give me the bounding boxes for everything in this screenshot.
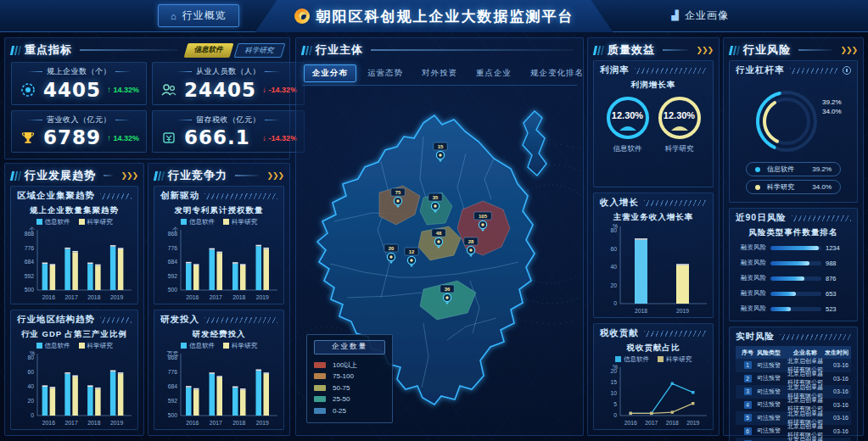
chart-title: 主营业务收入增长率 bbox=[598, 211, 708, 223]
stat-value: 6789 bbox=[43, 126, 101, 148]
realtime-risk-subpanel: 实时风险 序号风险类型企业名称发生时间1司法预警北京启创卓越科技有限公司03-1… bbox=[729, 327, 858, 441]
svg-text:500: 500 bbox=[168, 412, 178, 418]
rnd-subtitle: 研发投入 bbox=[160, 314, 199, 326]
profit-rate-subpanel: 利润率 利润增长率12.30%信息软件12.30%科学研究 bbox=[593, 60, 714, 187]
section-marker-icon bbox=[11, 171, 20, 181]
stat-label: 从业人员数（人） bbox=[158, 66, 299, 77]
svg-text:2019: 2019 bbox=[686, 420, 699, 426]
chart-rnd-spend: 研发经费投入信息软件科学研究500592684776868万元201620172… bbox=[154, 327, 283, 429]
arrow-up-icon: ↑ bbox=[107, 133, 111, 142]
svg-text:0: 0 bbox=[613, 412, 617, 418]
tab-key-enterprises[interactable]: 重点企业 bbox=[468, 65, 519, 81]
svg-text:592: 592 bbox=[25, 273, 35, 279]
stat-value: 666.1 bbox=[184, 126, 250, 148]
map-legend-row: 25-50 bbox=[314, 394, 385, 405]
expand-chevrons-icon[interactable]: ❯❯❯ bbox=[840, 46, 857, 54]
expand-chevrons-icon[interactable]: ❯❯❯ bbox=[266, 171, 283, 180]
hbar-row: 融资风险1234 bbox=[741, 243, 846, 252]
chart-legend: 信息软件科学研究 bbox=[598, 354, 708, 364]
industry-trend-title: 行业发展趋势 bbox=[25, 168, 96, 183]
agglomeration-subtitle: 区域企业集聚趋势 bbox=[17, 190, 95, 202]
realtime-risk-table: 序号风险类型企业名称发生时间1司法预警北京启创卓越科技有限公司03-162司法预… bbox=[736, 346, 851, 441]
donut-ring: 12.30% bbox=[604, 94, 652, 142]
svg-text:%: % bbox=[613, 364, 618, 370]
info-icon[interactable] bbox=[843, 66, 851, 75]
legend-item: 信息软件 bbox=[181, 342, 215, 350]
chart-title: 研发经费投入 bbox=[159, 328, 279, 340]
industry-subject-title: 行业主体 bbox=[316, 42, 363, 58]
map-legend-row: 50-75 bbox=[314, 382, 385, 394]
section-marker-icon bbox=[594, 46, 603, 55]
filter-sci-research[interactable]: 科学研究 bbox=[234, 43, 286, 58]
svg-text:60: 60 bbox=[610, 246, 617, 252]
hatch-decoration bbox=[644, 331, 707, 337]
svg-text:684: 684 bbox=[168, 259, 178, 265]
chart-title: 发明专利累计授权数量 bbox=[159, 204, 279, 216]
svg-text:776: 776 bbox=[168, 245, 178, 251]
svg-text:39.2%: 39.2% bbox=[822, 98, 842, 106]
legend-item: 科学研究 bbox=[223, 342, 257, 350]
svg-text:776: 776 bbox=[168, 369, 178, 375]
section-marker-icon bbox=[302, 46, 311, 55]
innovation-subpanel: 创新驱动 发明专利累计授权数量信息软件科学研究500592684776868个2… bbox=[154, 186, 284, 304]
svg-text:35: 35 bbox=[433, 195, 439, 200]
svg-text:12: 12 bbox=[409, 249, 415, 254]
stat-delta: ↑ 14.32% bbox=[107, 133, 139, 142]
stat-label: 规上企业数（个） bbox=[17, 66, 141, 77]
gauge-legend: 信息软件39.2%科学研究34.0% bbox=[734, 160, 853, 199]
gauge-legend-item: 信息软件39.2% bbox=[746, 162, 841, 176]
regional-structure-subtitle: 行业地区结构趋势 bbox=[17, 314, 95, 326]
income-growth-subtitle: 收入增长 bbox=[600, 197, 639, 209]
section-marker-icon bbox=[154, 171, 164, 181]
svg-text:2019: 2019 bbox=[110, 420, 123, 426]
svg-text:2018: 2018 bbox=[635, 308, 647, 314]
chart-legend: 信息软件科学研究 bbox=[15, 340, 133, 350]
svg-text:500: 500 bbox=[168, 287, 178, 293]
hbar-row: 融资风险653 bbox=[741, 289, 846, 298]
nav-industry-overview[interactable]: ⌂ 行业概览 bbox=[158, 4, 239, 27]
chart-title: 利润增长率 bbox=[598, 79, 708, 91]
app-title: 朝阳区科创规上企业大数据监测平台 bbox=[316, 7, 574, 26]
svg-text:776: 776 bbox=[25, 245, 35, 251]
stat-card-enterprise-count: 规上企业数（个） 4405 ↑ 14.32% bbox=[11, 62, 147, 105]
section-marker-icon bbox=[11, 46, 20, 55]
tax-contribution-subpanel: 税收贡献 税收贡献占比信息软件科学研究05101520%201620172018… bbox=[593, 323, 714, 430]
svg-text:2017: 2017 bbox=[210, 294, 222, 300]
tab-outbound-investment[interactable]: 对外投资 bbox=[414, 65, 465, 81]
top-header: ⌂ 行业概览 朝阳区科创规上企业大数据监测平台 ▟ 企业画像 bbox=[0, 0, 868, 32]
nav-enterprise-portrait[interactable]: ▟ 企业画像 bbox=[660, 5, 741, 26]
svg-text:684: 684 bbox=[25, 259, 35, 265]
app-title-bar: 朝阳区科创规上企业大数据监测平台 bbox=[255, 0, 613, 32]
legend-item: 科学研究 bbox=[79, 342, 113, 350]
svg-text:个: 个 bbox=[172, 226, 178, 232]
chart-gdp-share: 行业 GDP 占第三产业比例信息软件科学研究020406080%20162017… bbox=[11, 327, 137, 429]
tab-change-ranking[interactable]: 规企变化排名 bbox=[523, 65, 591, 81]
trophy-icon bbox=[19, 128, 37, 147]
svg-text:2019: 2019 bbox=[256, 420, 269, 426]
chart-leverage-gauge: 39.2%34.0%信息软件39.2%科学研究34.0% bbox=[730, 78, 857, 202]
chart-legend: 信息软件科学研究 bbox=[159, 216, 279, 226]
expand-chevrons-icon[interactable]: ❯❯❯ bbox=[696, 46, 713, 54]
table-row[interactable]: 7司法预警北京启创卓越科技有限公司03-16 bbox=[736, 438, 851, 441]
risk90-subtitle: 近90日风险 bbox=[736, 212, 787, 224]
tab-operation-status[interactable]: 运营态势 bbox=[360, 65, 411, 81]
filter-info-software[interactable]: 信息软件 bbox=[184, 43, 234, 58]
hatch-decoration bbox=[644, 200, 707, 206]
enterprise-icon bbox=[19, 81, 37, 99]
arrow-down-icon: ↓ bbox=[262, 85, 266, 94]
svg-text:36: 36 bbox=[445, 287, 451, 292]
svg-text:2017: 2017 bbox=[210, 420, 222, 426]
hatch-decoration bbox=[790, 68, 838, 74]
svg-text:0: 0 bbox=[613, 300, 617, 306]
tab-enterprise-distribution[interactable]: 企业分布 bbox=[304, 64, 356, 82]
district-map-area[interactable]: 1575351054828201236 企业数量 100以上75-10050-7… bbox=[296, 86, 583, 435]
svg-text:15: 15 bbox=[438, 144, 444, 149]
tax-contribution-subtitle: 税收贡献 bbox=[600, 327, 639, 339]
tax-money-icon bbox=[160, 128, 178, 147]
expand-chevrons-icon[interactable]: ❯❯❯ bbox=[120, 171, 137, 180]
legend-item: 科学研究 bbox=[79, 218, 113, 226]
svg-text:10: 10 bbox=[610, 390, 617, 396]
home-icon: ⌂ bbox=[171, 11, 177, 21]
svg-text:%: % bbox=[30, 350, 35, 356]
legend-item: 信息软件 bbox=[615, 355, 649, 364]
